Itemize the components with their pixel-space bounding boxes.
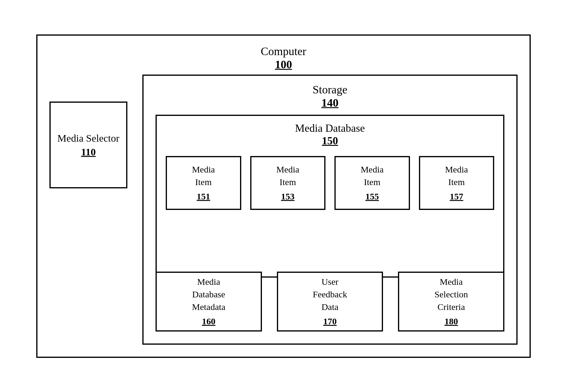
computer-title: Computer bbox=[261, 45, 306, 57]
computer-ref: 100 bbox=[37, 58, 530, 71]
media-item-151-label: MediaItem bbox=[192, 164, 215, 187]
media-db-label: Media Database 150 bbox=[157, 122, 503, 147]
media-item-151: MediaItem 151 bbox=[166, 156, 241, 210]
media-selection-criteria-ref: 180 bbox=[444, 315, 458, 328]
media-selector-ref: 110 bbox=[81, 146, 96, 158]
computer-label: Computer 100 bbox=[37, 45, 530, 71]
media-item-153: MediaItem 153 bbox=[250, 156, 326, 210]
media-item-157: MediaItem 157 bbox=[419, 156, 494, 210]
bottom-row: MediaDatabaseMetadata 160 UserFeedbackDa… bbox=[156, 272, 504, 332]
storage-label: Storage 140 bbox=[144, 83, 516, 109]
media-items-row: MediaItem 151 MediaItem 153 MediaItem 15… bbox=[157, 150, 503, 216]
media-item-151-ref: 151 bbox=[170, 190, 237, 203]
storage-box: Storage 140 Media Database 150 MediaItem… bbox=[142, 75, 518, 345]
storage-title: Storage bbox=[313, 83, 347, 96]
media-item-157-ref: 157 bbox=[423, 190, 490, 203]
media-item-155-label: MediaItem bbox=[361, 164, 384, 187]
media-item-155: MediaItem 155 bbox=[334, 156, 410, 210]
media-selector-box: Media Selector 110 bbox=[49, 102, 127, 188]
user-feedback-ref: 170 bbox=[323, 315, 337, 328]
media-item-153-ref: 153 bbox=[254, 190, 322, 203]
media-db-metadata-ref: 160 bbox=[202, 315, 215, 328]
media-selector-label: Media Selector bbox=[58, 132, 120, 145]
media-db-ref: 150 bbox=[157, 134, 503, 147]
media-item-155-ref: 155 bbox=[339, 190, 406, 203]
user-feedback-label: UserFeedbackData bbox=[313, 276, 347, 313]
canvas: Computer 100 Media Selector 110 Storage … bbox=[21, 19, 546, 373]
media-selection-criteria-box: MediaSelectionCriteria 180 bbox=[398, 272, 504, 332]
media-db-metadata-label: MediaDatabaseMetadata bbox=[192, 276, 226, 313]
media-db-title: Media Database bbox=[295, 122, 365, 134]
media-item-153-label: MediaItem bbox=[276, 164, 299, 187]
storage-ref: 140 bbox=[144, 96, 516, 109]
computer-box: Computer 100 Media Selector 110 Storage … bbox=[36, 34, 531, 358]
media-item-157-label: MediaItem bbox=[445, 164, 468, 187]
user-feedback-box: UserFeedbackData 170 bbox=[277, 272, 383, 332]
media-db-box: Media Database 150 MediaItem 151 MediaIt… bbox=[156, 115, 504, 278]
media-db-metadata-box: MediaDatabaseMetadata 160 bbox=[156, 272, 262, 332]
media-selection-criteria-label: MediaSelectionCriteria bbox=[435, 276, 468, 313]
